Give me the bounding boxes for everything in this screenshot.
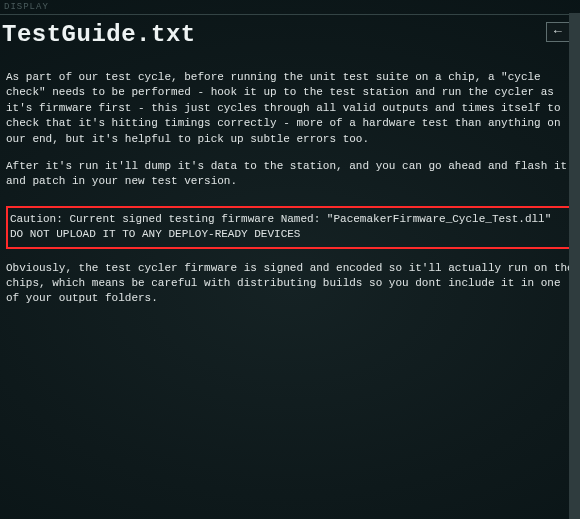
document-title: TestGuide.txt xyxy=(0,15,580,58)
caution-line-1: Caution: Current signed testing firmware… xyxy=(10,212,568,227)
scrollbar-thumb[interactable] xyxy=(569,13,580,519)
document-body: As part of our test cycle, before runnin… xyxy=(0,70,580,313)
paragraph-footer: Obviously, the test cycler firmware is s… xyxy=(6,261,574,307)
caution-line-2: DO NOT UPLOAD IT TO ANY DEPLOY-READY DEV… xyxy=(10,227,568,242)
topbar-label: DISPLAY xyxy=(0,0,580,12)
paragraph-after-run: After it's run it'll dump it's data to t… xyxy=(6,159,574,190)
scrollbar-track[interactable] xyxy=(569,13,580,519)
arrow-left-icon: ← xyxy=(554,24,562,39)
back-button[interactable]: ← xyxy=(546,22,570,42)
caution-box: Caution: Current signed testing firmware… xyxy=(6,206,574,249)
paragraph-intro: As part of our test cycle, before runnin… xyxy=(6,70,574,147)
